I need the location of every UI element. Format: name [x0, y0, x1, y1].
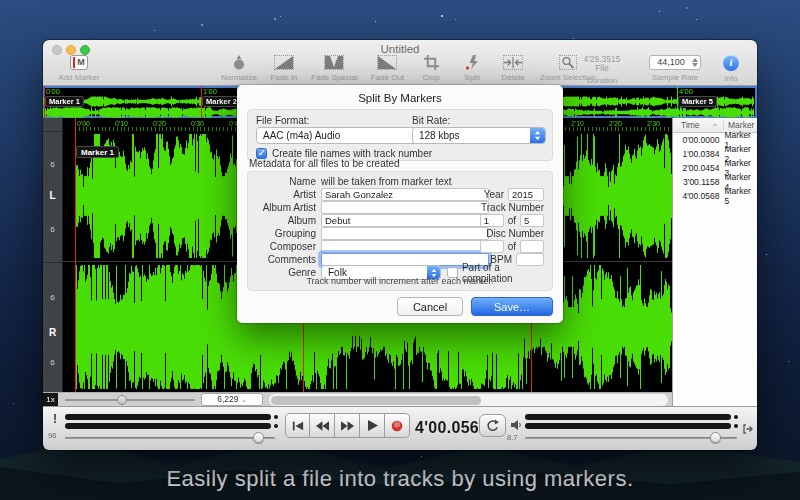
db-scale-label: 6	[43, 293, 62, 302]
marker-chip[interactable]: Marker 2	[202, 96, 241, 107]
toolbar-item-split[interactable]: Split	[458, 55, 486, 82]
zoom-1x-label: 1x	[43, 393, 58, 406]
toolbar-item-fade-in[interactable]: Fade In	[270, 55, 298, 82]
output-route-icon[interactable]	[743, 420, 753, 438]
sample-rate-stepper[interactable]: 44,100	[649, 55, 701, 70]
horizontal-scrollbar[interactable]	[269, 394, 668, 406]
zoom-bar: 1x 6,229 ⌄	[43, 392, 672, 406]
ruler-label: 2'30	[647, 120, 660, 127]
composer-label: Composer	[254, 241, 316, 252]
chevron-down-icon: ⌄	[241, 396, 247, 403]
grouping-field[interactable]	[321, 227, 489, 240]
comments-label: Comments	[254, 254, 316, 265]
ruler-label: 0'10	[115, 120, 128, 127]
output-volume-thumb[interactable]	[710, 432, 721, 443]
fade-out-icon	[377, 55, 397, 70]
duration-display: 4'29.3515 File Duration	[567, 55, 637, 85]
add-marker-button[interactable]: M Add Marker	[51, 55, 107, 82]
output-meter-bottom	[525, 423, 731, 429]
overview-time-label: 4'00	[679, 87, 693, 96]
marker-chip[interactable]: Marker 1	[45, 96, 84, 107]
info-button[interactable]: i Info	[713, 55, 749, 83]
output-meter-top	[525, 414, 731, 420]
bit-rate-select[interactable]: 128 kbps	[412, 127, 546, 144]
format-group: File Format: AAC (m4a) Audio Bit Rate: 1…	[247, 109, 553, 161]
composer-field[interactable]	[321, 240, 489, 253]
toolbar-item-delete[interactable]: Delete	[499, 55, 527, 82]
loop-button[interactable]	[479, 414, 506, 437]
record-button[interactable]	[385, 413, 410, 438]
name-label: Name	[254, 176, 316, 187]
db-scale-label: 6	[43, 225, 62, 234]
bit-rate-value: 128 kbps	[419, 130, 460, 141]
split-by-markers-dialog: Split By Markers File Format: AAC (m4a) …	[237, 85, 563, 323]
right-channel-label: R	[43, 327, 62, 338]
input-gain-value: 96	[48, 431, 56, 440]
bit-rate-label: Bit Rate:	[412, 115, 450, 126]
sample-rate-label: Sample Rate	[645, 73, 705, 82]
zoom-value: 6,229	[217, 394, 238, 404]
marker-chip[interactable]: Marker 5	[678, 96, 717, 107]
rewind-icon	[316, 421, 329, 431]
bpm-field[interactable]	[516, 253, 544, 266]
rewind-button[interactable]	[310, 413, 335, 438]
fast-forward-button[interactable]	[335, 413, 360, 438]
input-volume-thumb[interactable]	[253, 432, 264, 443]
ruler-label: 0'20	[153, 120, 166, 127]
zoom-slider[interactable]	[65, 399, 195, 401]
ruler-label: 2'10	[571, 120, 584, 127]
year-field[interactable]	[508, 188, 544, 201]
toolbar-item-fade-out[interactable]: Fade Out	[371, 55, 404, 82]
album-field[interactable]	[321, 214, 489, 227]
toolbar-item-fade-special[interactable]: Fade Special	[311, 55, 358, 82]
sample-rate-value: 44,100	[657, 57, 685, 67]
record-icon	[391, 420, 403, 432]
add-marker-label: Add Marker	[51, 73, 107, 82]
track-number-to-field[interactable]	[520, 214, 544, 227]
cancel-button[interactable]: Cancel	[397, 297, 463, 316]
track-number-from-field[interactable]	[480, 214, 504, 227]
disc-number-label: Disc Number	[486, 228, 544, 239]
toolbar-item-normalize[interactable]: Normalize	[221, 55, 257, 82]
markers-panel: Time ^ Marker 0'00.0000 Marker 1 1'00.03…	[672, 118, 757, 406]
go-to-start-button[interactable]	[285, 413, 310, 438]
toolbar: Normalize Fade In Fade Special	[221, 55, 596, 82]
fade-in-icon	[274, 55, 294, 70]
disc-number-from-field[interactable]	[480, 240, 504, 253]
caption-text: Easily split a file into tracks by using…	[0, 466, 800, 492]
output-volume-slider[interactable]	[525, 437, 737, 439]
skip-back-icon	[292, 421, 304, 431]
stepper-arrows-icon	[692, 58, 698, 67]
disc-number-to-field[interactable]	[520, 240, 544, 253]
transport-buttons	[285, 413, 410, 438]
scrollbar-thumb[interactable]	[271, 396, 481, 405]
marker-chip[interactable]: Marker 1	[76, 146, 119, 158]
save-button[interactable]: Save…	[471, 297, 553, 316]
sort-ascending-icon: ^	[713, 121, 723, 130]
album-label: Album	[254, 215, 316, 226]
add-marker-icon: M	[70, 55, 88, 70]
toolbar-item-crop[interactable]: Crop	[417, 55, 445, 82]
zoom-slider-thumb[interactable]	[117, 395, 127, 405]
time-column-header[interactable]: Time	[673, 120, 713, 130]
dialog-note: Track number will increment after each m…	[248, 276, 552, 286]
album-artist-label: Album Artist	[254, 202, 316, 213]
play-button[interactable]	[360, 413, 385, 438]
duration-sub: File	[567, 64, 637, 73]
table-row[interactable]: 4'00.0568 Marker 5	[673, 189, 757, 203]
artist-field[interactable]	[321, 188, 489, 201]
overview-time-label: 0'00	[46, 87, 60, 96]
marker-column-header[interactable]: Marker	[723, 120, 757, 130]
info-label: Info	[713, 74, 749, 83]
loop-icon	[486, 419, 499, 432]
input-meter-top	[65, 414, 271, 420]
album-artist-field[interactable]	[321, 201, 489, 214]
input-volume-slider[interactable]	[65, 437, 275, 439]
sample-rate-control: 44,100 Sample Rate	[645, 55, 705, 82]
speaker-icon	[511, 416, 522, 434]
artist-label: Artist	[254, 189, 316, 200]
zoom-value-dropdown[interactable]: 6,229 ⌄	[201, 393, 263, 406]
title-bar: Untitled M Add Marker Normalize	[43, 40, 757, 86]
dialog-title: Split By Markers	[237, 85, 563, 104]
info-icon: i	[723, 55, 739, 71]
